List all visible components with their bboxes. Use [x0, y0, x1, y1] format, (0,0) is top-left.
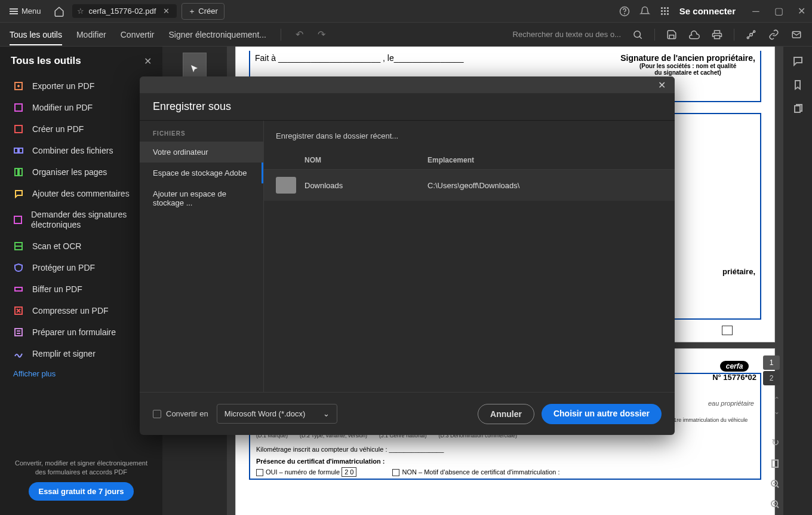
apps-icon[interactable] [659, 5, 671, 17]
tool-export-pdf[interactable]: Exporter un PDF [11, 75, 152, 97]
dialog-side-heading: FICHIERS [140, 121, 263, 142]
side-item-add-storage[interactable]: Ajouter un espace de stockage ... [140, 183, 263, 213]
svg-rect-10 [667, 13, 669, 15]
bottom-rail-icons: ↻ [770, 437, 780, 509]
sidebar-close-button[interactable]: ✕ [144, 56, 152, 67]
comment-rail-icon[interactable] [792, 55, 804, 67]
tool-comments[interactable]: Ajouter des commentaires [11, 183, 152, 204]
sig-sub2: du signataire et cachet) [620, 69, 755, 76]
edit-icon [13, 102, 24, 113]
convert-checkbox-label[interactable]: Convertir en [153, 409, 208, 418]
save-as-dialog: ✕ Enregistrer sous FICHIERS Votre ordina… [140, 76, 675, 435]
svg-rect-12 [715, 30, 720, 33]
tab-close-button[interactable]: ✕ [161, 7, 172, 16]
maximize-button[interactable]: ▢ [773, 5, 785, 17]
show-more-link[interactable]: Afficher plus [11, 364, 152, 383]
save-icon[interactable] [666, 29, 678, 41]
menu-button[interactable]: Menu [5, 4, 46, 18]
tool-signatures[interactable]: Demander des signatures électroniques [11, 204, 152, 235]
tool-redact[interactable]: Biffer un PDF [11, 278, 152, 300]
minimize-button[interactable]: ─ [750, 5, 762, 17]
folder-location: C:\Users\geoff\Downloads\ [427, 181, 519, 190]
trial-button[interactable]: Essai gratuit de 7 jours [29, 482, 133, 501]
cerfa-badge: cerfa N° 15776*02 [712, 361, 756, 382]
chevron-down-icon: ⌄ [323, 409, 330, 418]
sidebar-footer: Convertir, modifier et signer électroniq… [11, 453, 152, 507]
svg-rect-8 [661, 13, 663, 15]
side-item-adobe-storage[interactable]: Espace de stockage Adobe [140, 163, 263, 183]
dialog-subhead: Enregistrer dans le dossier récent... [264, 121, 675, 151]
undo-icon[interactable]: ↶ [296, 29, 303, 40]
checkbox-icon [153, 410, 161, 418]
dialog-footer: Convertir en Microsoft Word (*.docx) ⌄ A… [140, 392, 675, 435]
svg-rect-2 [661, 7, 663, 9]
page-navigator: 1 2 [763, 355, 780, 385]
print-icon[interactable] [711, 29, 723, 41]
side-item-computer[interactable]: Votre ordinateur [140, 142, 263, 163]
svg-rect-29 [15, 329, 22, 336]
tool-modify-pdf[interactable]: Modifier un PDF [11, 97, 152, 118]
tab-all-tools[interactable]: Tous les outils [10, 25, 62, 44]
tool-create-pdf[interactable]: Créer un PDF [11, 118, 152, 140]
zoom-in-icon[interactable] [770, 499, 780, 509]
divider [734, 29, 734, 41]
footer-text: Convertir, modifier et signer électroniq… [14, 459, 148, 476]
page-num-2[interactable]: 2 [763, 371, 780, 385]
svg-rect-27 [15, 287, 22, 291]
svg-rect-13 [715, 35, 720, 38]
search-placeholder[interactable]: Rechercher du texte ou des o... [513, 30, 621, 39]
dialog-sidebar: FICHIERS Votre ordinateur Espace de stoc… [140, 121, 264, 392]
create-pdf-icon [13, 124, 24, 134]
share-icon[interactable] [745, 29, 757, 41]
copy-rail-icon[interactable] [792, 103, 804, 115]
create-button[interactable]: ＋ Créer [182, 3, 224, 20]
bookmark-rail-icon[interactable] [792, 79, 804, 91]
cancel-button[interactable]: Annuler [478, 404, 534, 424]
tab-modify[interactable]: Modifier [76, 25, 106, 44]
comment-icon [13, 188, 24, 199]
tool-scan-ocr[interactable]: Scan et OCR [11, 235, 152, 257]
svg-rect-4 [667, 7, 669, 9]
choose-folder-button[interactable]: Choisir un autre dossier [542, 404, 662, 424]
col-location-header: Emplacement [427, 156, 663, 164]
tool-protect[interactable]: Protéger un PDF [11, 257, 152, 278]
document-tab[interactable]: ☆ cerfa_15776-02.pdf ✕ [72, 4, 177, 18]
tool-organize[interactable]: Organiser les pages [11, 161, 152, 183]
svg-point-1 [624, 13, 625, 14]
create-label: Créer [198, 7, 218, 16]
tab-sign[interactable]: Signer électroniquement... [169, 25, 266, 44]
zoom-out-icon[interactable] [770, 479, 780, 489]
svg-rect-7 [667, 10, 669, 12]
link-icon[interactable] [768, 29, 780, 41]
divider [654, 29, 655, 41]
rotate-icon[interactable]: ↻ [771, 437, 779, 448]
cursor-icon [190, 64, 199, 73]
toolbar-right: Rechercher du texte ou des o... [513, 29, 802, 41]
combine-icon [13, 145, 24, 156]
cloud-icon[interactable] [688, 29, 700, 41]
signature-icon [13, 214, 23, 225]
help-icon[interactable] [619, 5, 630, 17]
fit-width-icon[interactable] [770, 459, 780, 468]
mail-icon[interactable] [791, 29, 802, 41]
close-window-button[interactable]: ✕ [795, 5, 807, 17]
page-up-icon[interactable]: ⌃ [774, 396, 780, 404]
bell-icon[interactable] [639, 5, 651, 17]
tab-convert[interactable]: Convertir [121, 25, 155, 44]
folder-name: Downloads [304, 181, 427, 190]
page-down-icon[interactable]: ⌄ [774, 407, 780, 416]
page-num-current[interactable]: 1 [763, 355, 780, 370]
tool-fill-sign[interactable]: Remplir et signer [11, 343, 152, 364]
home-button[interactable] [51, 3, 67, 20]
titlebar: Menu ☆ cerfa_15776-02.pdf ✕ ＋ Créer Se c… [0, 0, 812, 23]
format-select[interactable]: Microsoft Word (*.docx) ⌄ [217, 404, 338, 424]
search-icon[interactable] [632, 29, 644, 41]
tool-combine[interactable]: Combiner des fichiers [11, 140, 152, 161]
dialog-close-button[interactable]: ✕ [654, 78, 669, 92]
folder-row-downloads[interactable]: Downloads C:\Users\geoff\Downloads\ [264, 170, 675, 201]
form-icon [13, 327, 24, 338]
signin-button[interactable]: Se connecter [679, 6, 736, 16]
redo-icon[interactable]: ↷ [318, 29, 325, 40]
tool-compress[interactable]: Compresser un PDF [11, 300, 152, 321]
tool-form[interactable]: Préparer un formulaire [11, 321, 152, 343]
